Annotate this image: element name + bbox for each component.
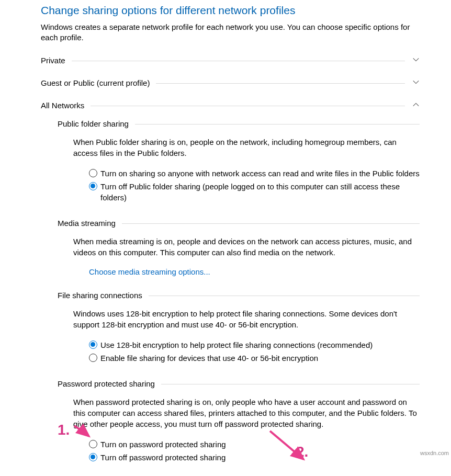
radio-icon: [89, 453, 97, 461]
radio-password-off[interactable]: Turn off password protected sharing: [89, 452, 420, 463]
file-sharing-heading: File sharing connections: [58, 291, 420, 300]
media-heading: Media streaming: [58, 219, 420, 228]
password-desc: When password protected sharing is on, o…: [73, 396, 420, 429]
profile-all-label: All Networks: [41, 101, 91, 110]
radio-128bit[interactable]: Use 128-bit encryption to help protect f…: [89, 339, 420, 350]
page-title: Change sharing options for different net…: [41, 4, 420, 17]
radio-40bit[interactable]: Enable file sharing for devices that use…: [89, 353, 420, 364]
radio-icon: [89, 440, 97, 448]
media-options-link[interactable]: Choose media streaming options...: [89, 267, 210, 276]
chevron-down-icon: [405, 56, 420, 65]
radio-icon: [89, 341, 97, 349]
profile-private-label: Private: [41, 56, 72, 65]
public-folder-heading: Public folder sharing: [58, 119, 420, 128]
password-heading: Password protected sharing: [58, 379, 420, 388]
watermark: wsxdn.com: [420, 450, 449, 456]
file-sharing-desc: Windows uses 128-bit encryption to help …: [73, 308, 420, 330]
radio-icon: [89, 169, 97, 177]
chevron-up-icon: [405, 101, 420, 110]
radio-password-on[interactable]: Turn on password protected sharing: [89, 439, 420, 450]
radio-icon: [89, 182, 97, 190]
media-desc: When media streaming is on, people and d…: [73, 236, 420, 258]
chevron-down-icon: [405, 78, 420, 87]
radio-icon: [89, 354, 97, 362]
profile-private-header[interactable]: Private: [41, 56, 420, 65]
profile-guest-header[interactable]: Guest or Public (current profile): [41, 78, 420, 87]
intro-text: Windows creates a separate network profi…: [41, 22, 420, 43]
profile-guest-label: Guest or Public (current profile): [41, 78, 156, 87]
radio-public-on[interactable]: Turn on sharing so anyone with network a…: [89, 168, 420, 179]
profile-all-header[interactable]: All Networks: [41, 101, 420, 110]
public-folder-desc: When Public folder sharing is on, people…: [73, 137, 420, 158]
radio-public-off[interactable]: Turn off Public folder sharing (people l…: [89, 181, 420, 203]
